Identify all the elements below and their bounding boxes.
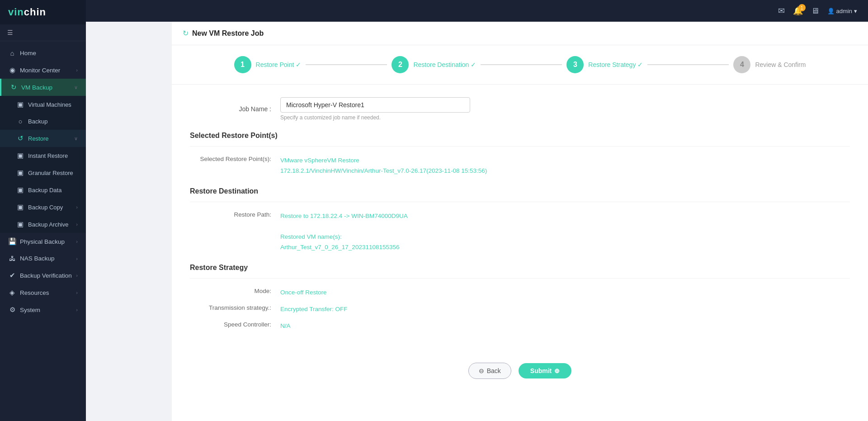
backup-archive-icon: ▣ (16, 220, 24, 228)
sidebar-item-label: System (20, 307, 72, 313)
wizard-step-circle-2: 2 (392, 56, 409, 73)
wizard-step-2[interactable]: 2 Restore Destination ✓ (392, 56, 476, 73)
logo: vinchin (0, 0, 86, 24)
restore-path-value: Restore to 172.18.22.4 -> WIN-BM74000D9U… (280, 211, 850, 253)
footer-bar: ⊖ Back Submit ⊕ (172, 350, 868, 383)
sidebar: vinchin ☰ ⌂ Home ◉ Monitor Center › ↻ VM… (0, 0, 86, 421)
monitor-icon: ◉ (8, 66, 16, 74)
sidebar-item-label: Monitor Center (20, 67, 72, 74)
user-avatar-icon: 👤 (827, 8, 835, 14)
backup-verification-icon: ✔ (8, 271, 16, 279)
user-menu[interactable]: 👤 admin ▾ (827, 8, 857, 14)
user-label: admin (836, 8, 852, 14)
chevron-right-icon: › (76, 67, 78, 73)
sidebar-item-virtual-machines[interactable]: ▣ Virtual Machines (0, 96, 86, 113)
topbar: ✉ 🔔 1 🖥 👤 admin ▾ (86, 0, 868, 22)
restored-vm-name-label: Restored VM name(s): (280, 232, 850, 242)
restored-vm-val: Arthur_Test_v7_0_26_17_20231108155356 (280, 242, 850, 253)
sidebar-item-nas-backup[interactable]: 🖧 NAS Backup › (0, 250, 86, 267)
vm-icon: ▣ (16, 100, 24, 109)
physical-backup-icon: 💾 (8, 237, 16, 246)
wizard-step-circle-1: 1 (234, 56, 251, 73)
menu-toggle[interactable]: ☰ (0, 24, 86, 41)
restore-points-value: VMware vSphereVM Restore 172.18.2.1/Vinc… (280, 156, 850, 176)
sidebar-item-monitor-center[interactable]: ◉ Monitor Center › (0, 61, 86, 79)
section-divider-3 (190, 278, 850, 279)
sidebar-sub-label: Virtual Machines (28, 101, 78, 108)
restore-path-row: Restore Path: Restore to 172.18.22.4 -> … (190, 211, 850, 253)
sidebar-item-resources[interactable]: ◈ Resources › (0, 284, 86, 301)
back-button[interactable]: ⊖ Back (468, 363, 511, 379)
submit-icon: ⊕ (554, 367, 560, 374)
speed-label: Speed Controller: (190, 321, 280, 331)
wizard-steps: 1 Restore Point ✓ 2 Restore Destination … (172, 45, 868, 85)
section-divider-1 (190, 146, 850, 147)
submit-button[interactable]: Submit ⊕ (519, 363, 571, 378)
sidebar-item-system[interactable]: ⚙ System › (0, 301, 86, 318)
mode-val: Once-off Restore (280, 288, 850, 298)
wizard-step-label-4: Review & Confirm (755, 61, 806, 68)
restore-icon: ↺ (16, 134, 24, 142)
page-title: New VM Restore Job (192, 29, 264, 38)
refresh-icon: ↻ (183, 29, 189, 38)
section-strategy: Restore Strategy (190, 264, 850, 272)
sidebar-item-backup[interactable]: ○ Backup (0, 113, 86, 130)
sidebar-item-label: Backup Verification (20, 272, 72, 279)
sidebar-item-label: Physical Backup (20, 238, 72, 245)
sidebar-sub-label: Backup (28, 118, 78, 125)
transmission-label: Transmission strategy.: (190, 304, 280, 315)
sidebar-item-backup-data[interactable]: ▣ Backup Data (0, 181, 86, 199)
restore-points-line1: VMware vSphereVM Restore (280, 156, 850, 166)
chevron-down-icon: ∨ (74, 136, 78, 142)
sidebar-item-vm-backup[interactable]: ↻ VM Backup ∨ (0, 79, 86, 96)
wizard-step-1[interactable]: 1 Restore Point ✓ (234, 56, 302, 73)
sidebar-item-physical-backup[interactable]: 💾 Physical Backup › (0, 233, 86, 250)
notifications-icon[interactable]: 🔔 1 (793, 6, 803, 16)
backup-icon: ○ (16, 118, 24, 125)
sidebar-item-restore[interactable]: ↺ Restore ∨ (0, 130, 86, 147)
logo-text: vinchin (8, 6, 46, 18)
job-name-value: Specify a customized job name if needed. (280, 97, 850, 121)
sidebar-item-label: Home (20, 50, 78, 57)
sidebar-sub-label: Instant Restore (28, 152, 78, 159)
wizard-connector-1 (306, 64, 387, 65)
sidebar-sub-label: Restore (28, 135, 71, 142)
chevron-right-icon: › (76, 290, 78, 295)
sidebar-item-label: Resources (20, 289, 72, 296)
sidebar-item-granular-restore[interactable]: ▣ Granular Restore (0, 164, 86, 181)
display-icon[interactable]: 🖥 (811, 6, 819, 16)
wizard-connector-3 (647, 64, 729, 65)
mode-label: Mode: (190, 288, 280, 298)
wizard-step-label-3: Restore Strategy ✓ (588, 61, 643, 68)
page-header: ↻ New VM Restore Job (172, 22, 868, 45)
restore-points-label: Selected Restore Point(s): (190, 156, 280, 176)
resources-icon: ◈ (8, 289, 16, 297)
restore-points-line2: 172.18.2.1/VinchinHW/Vinchin/Arthur-Test… (280, 166, 850, 176)
sidebar-item-backup-verification[interactable]: ✔ Backup Verification › (0, 267, 86, 284)
main-content: ↻ New VM Restore Job 1 Restore Point ✓ 2 (172, 22, 868, 421)
wizard-connector-2 (481, 64, 562, 65)
job-name-label: Job Name : (190, 105, 280, 113)
restore-path-label: Restore Path: (190, 211, 280, 253)
section-restore-point: Selected Restore Point(s) (190, 132, 850, 140)
granular-restore-icon: ▣ (16, 169, 24, 177)
nas-backup-icon: 🖧 (8, 255, 16, 262)
sidebar-item-backup-archive[interactable]: ▣ Backup Archive › (0, 216, 86, 233)
job-name-hint: Specify a customized job name if needed. (280, 114, 850, 121)
wizard-step-3[interactable]: 3 Restore Strategy ✓ (566, 56, 643, 73)
messages-icon[interactable]: ✉ (778, 6, 785, 16)
sidebar-sub-label: Backup Copy (28, 204, 72, 211)
chevron-right-icon: › (76, 307, 78, 312)
wizard-step-label-1: Restore Point ✓ (256, 61, 302, 68)
wizard-step-circle-3: 3 (566, 56, 584, 73)
sidebar-item-instant-restore[interactable]: ▣ Instant Restore (0, 147, 86, 164)
speed-row: Speed Controller: N/A (190, 321, 850, 331)
notification-badge: 1 (798, 4, 806, 11)
job-name-input[interactable] (280, 97, 470, 113)
backup-copy-icon: ▣ (16, 203, 24, 211)
sidebar-item-backup-copy[interactable]: ▣ Backup Copy › (0, 199, 86, 216)
sidebar-item-home[interactable]: ⌂ Home (0, 45, 86, 61)
sidebar-sub-label: Granular Restore (28, 170, 78, 176)
wizard-step-4[interactable]: 4 Review & Confirm (733, 56, 806, 73)
sidebar-item-label: VM Backup (21, 84, 71, 91)
